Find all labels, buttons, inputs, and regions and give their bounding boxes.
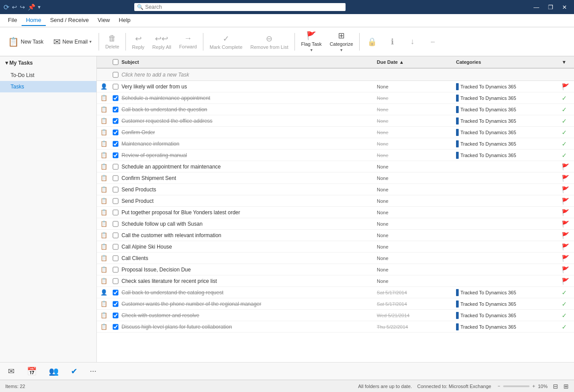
redo-btn[interactable]: ↪ [20, 4, 25, 11]
reply-all-button[interactable]: ↩↩ Reply All [149, 32, 175, 51]
row-flag[interactable]: 🚩 [560, 186, 572, 193]
lock-button[interactable]: 🔒 [362, 35, 382, 48]
restore-button[interactable]: ❐ [545, 2, 557, 12]
row-flag[interactable]: 🚩 [560, 243, 572, 250]
flag-task-button[interactable]: 🚩 Flag Task ▾ [298, 29, 325, 54]
row-flag[interactable]: ✓ [560, 106, 572, 113]
table-row[interactable]: 📋Put together proposal for Blue Yonders … [97, 207, 574, 218]
row-flag[interactable]: 🚩 [560, 209, 572, 216]
new-task-checkbox[interactable] [113, 72, 118, 78]
new-task-row[interactable]: Click here to add a new Task [97, 69, 574, 81]
row-checkbox[interactable] [113, 232, 118, 238]
row-flag[interactable]: 🚩 [560, 220, 572, 227]
row-flag[interactable]: ✓ [560, 140, 572, 147]
mail-nav-button[interactable]: ✉ [4, 364, 19, 379]
table-row[interactable]: 📋Check sales literature for recent price… [97, 275, 574, 287]
row-checkbox[interactable] [113, 118, 118, 124]
table-row[interactable]: 📋Send ProductNone🚩 [97, 195, 574, 207]
more-nav-button[interactable]: ··· [85, 364, 101, 378]
sidebar-my-tasks-header[interactable]: ▾ My Tasks [0, 56, 96, 70]
table-row[interactable]: 📋Confirm OrderNoneTracked To Dynamics 36… [97, 127, 574, 138]
menu-send-receive[interactable]: Send / Receive [46, 15, 93, 26]
table-row[interactable]: 📋Confirm Shipment SentNone🚩 [97, 172, 574, 184]
row-flag[interactable]: 🚩 [560, 163, 572, 170]
menu-view[interactable]: View [93, 15, 114, 26]
row-flag[interactable]: ✓ [560, 152, 572, 159]
row-flag[interactable]: 🚩 [560, 198, 572, 205]
zoom-in-button[interactable]: ＋ [531, 383, 536, 389]
row-checkbox[interactable] [113, 106, 118, 113]
table-row[interactable]: 📋Discuss high level plans for future col… [97, 321, 574, 333]
row-checkbox[interactable] [113, 152, 118, 158]
zoom-out-button[interactable]: － [497, 383, 501, 389]
row-checkbox[interactable] [113, 278, 118, 284]
header-categories[interactable]: Categories [454, 59, 560, 65]
layout-btn-1[interactable]: ⊟ [553, 383, 558, 390]
row-flag[interactable]: ✓ [560, 312, 572, 319]
table-row[interactable]: 📋Maintenance informationNoneTracked To D… [97, 138, 574, 150]
info-button[interactable]: ℹ [383, 35, 402, 48]
row-checkbox[interactable] [113, 141, 118, 147]
table-row[interactable]: 📋Call back to understand the questionNon… [97, 104, 574, 115]
header-filter[interactable]: ▼ [560, 59, 572, 65]
row-flag[interactable]: ✓ [560, 117, 572, 125]
row-checkbox[interactable] [113, 84, 118, 90]
delete-button[interactable]: 🗑 Delete [102, 32, 123, 51]
new-task-button[interactable]: 📋 New Task [4, 34, 48, 50]
table-row[interactable]: 📋Check with customer and resolveWed 5/21… [97, 310, 574, 321]
people-nav-button[interactable]: 👥 [44, 364, 63, 379]
table-row[interactable]: 📋Customer requested the office addressNo… [97, 115, 574, 127]
row-flag[interactable]: ✓ [560, 300, 572, 308]
new-email-button[interactable]: ✉ New Email ▾ [49, 34, 96, 50]
table-row[interactable]: 📋Schedule follow up call with SusanNone🚩 [97, 218, 574, 230]
table-row[interactable]: 📋Call ClientsNone🚩 [97, 253, 574, 264]
sidebar-item-tasks[interactable]: Tasks [0, 81, 96, 92]
row-checkbox[interactable] [113, 255, 118, 261]
row-checkbox[interactable] [113, 209, 118, 216]
sidebar-item-todo-list[interactable]: To-Do List [0, 70, 96, 81]
dropdown-btn[interactable]: ▾ [38, 4, 40, 10]
table-row[interactable]: 👤Very likely will order from usNoneTrack… [97, 81, 574, 92]
row-flag[interactable]: 🚩 [560, 266, 572, 273]
row-checkbox[interactable] [113, 129, 118, 136]
table-row[interactable]: 📋Schedule an appointment for maintenance… [97, 161, 574, 172]
row-flag[interactable]: ✓ [560, 129, 572, 136]
new-task-prompt[interactable]: Click here to add a new Task [120, 72, 560, 78]
header-subject[interactable]: Subject [120, 59, 375, 65]
search-input[interactable] [145, 4, 343, 10]
row-flag[interactable]: ✓ [560, 95, 572, 102]
table-row[interactable]: 📋Call Alpine Ski HouseNone🚩 [97, 241, 574, 253]
row-checkbox[interactable] [113, 301, 118, 307]
row-flag[interactable]: 🚩 [560, 83, 572, 90]
menu-file[interactable]: File [4, 15, 22, 26]
pin-btn[interactable]: 📌 [28, 4, 35, 11]
row-checkbox[interactable] [113, 324, 118, 330]
mark-complete-button[interactable]: ✓ Mark Complete [206, 32, 246, 51]
table-row[interactable]: 📋Proposal Issue, Decision DueNone🚩 [97, 264, 574, 275]
remove-from-list-button[interactable]: ⊖ Remove from List [247, 32, 292, 51]
row-checkbox[interactable] [113, 95, 118, 101]
table-row[interactable]: 📋Call the customer with relevant informa… [97, 230, 574, 241]
row-flag[interactable]: ✓ [560, 323, 572, 330]
table-row[interactable]: 📋Schedule a maintenance appointmentNoneT… [97, 92, 574, 104]
table-row[interactable]: 📋Send ProductsNone🚩 [97, 184, 574, 195]
table-row[interactable]: 👤Call back to understand the catalog req… [97, 287, 574, 298]
down-arrow-button[interactable]: ↓ [403, 35, 422, 48]
minimize-button[interactable]: — [530, 2, 543, 12]
row-flag[interactable]: 🚩 [560, 232, 572, 239]
row-checkbox[interactable] [113, 244, 118, 250]
reply-button[interactable]: ↩ Reply [129, 32, 148, 51]
forward-button[interactable]: → Forward [176, 32, 200, 51]
tasks-nav-button[interactable]: ✔ [66, 364, 82, 379]
table-row[interactable]: 📋Customer wants the phone number of the … [97, 298, 574, 310]
row-flag[interactable]: 🚩 [560, 278, 572, 285]
menu-home[interactable]: Home [22, 15, 46, 26]
row-flag[interactable]: 🚩 [560, 175, 572, 182]
close-button[interactable]: ✕ [559, 2, 570, 12]
row-flag[interactable]: ✓ [560, 289, 572, 296]
table-row[interactable]: 📋Review of operating manualNoneTracked T… [97, 150, 574, 161]
row-flag[interactable]: 🚩 [560, 255, 572, 262]
undo-btn[interactable]: ↩ [12, 4, 17, 11]
row-checkbox[interactable] [113, 164, 118, 170]
calendar-nav-button[interactable]: 📅 [22, 364, 41, 379]
